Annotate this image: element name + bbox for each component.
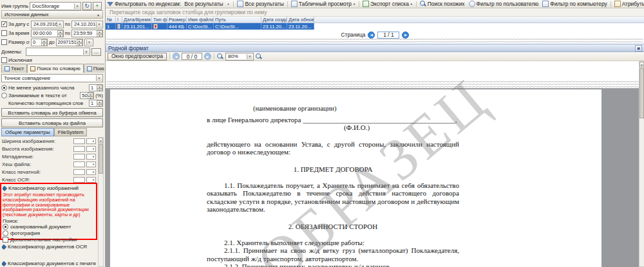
chevron-down-icon[interactable] [96,75,102,81]
repeat-words-spinner[interactable]: 1▲▼ [89,100,103,107]
document-attributes-button[interactable]: Атрибуты документа... [613,1,644,8]
tab-search-more[interactable]: Поиск [84,64,104,73]
occupy-label: Занимаемые в тексте от [8,93,79,98]
search-similar-button[interactable]: Поиск похожих [419,1,466,8]
refresh-button[interactable]: ↻ [82,2,91,10]
param-value-input[interactable] [73,154,85,160]
calendar-dropdown-icon[interactable] [96,22,102,27]
param-value-input[interactable] [73,169,85,175]
size-filter-checkbox[interactable] [1,39,7,45]
spinner-arrows[interactable]: ▲▼ [97,100,102,106]
column-header-path[interactable]: Путь [214,17,261,23]
paste-dictionary-clipboard-button[interactable]: Вставить словарь из буфера обмена [1,108,103,117]
group-select[interactable]: DocStorage [30,2,81,10]
sidebar-scrollbar[interactable]: ▲ [98,137,104,267]
prev-match-button[interactable]: ◀ [173,53,180,60]
filter-by-user-button[interactable]: Фильтр по пользователю [468,1,540,8]
spinner-arrows[interactable]: ▲▼ [77,39,82,46]
next-match-button[interactable]: ▶ [204,53,211,60]
scanned-document-radio[interactable] [3,224,8,230]
size-from-field[interactable]: 0▲▼ [31,39,48,46]
tab-dictionary-search[interactable]: Поиск по словарю [27,64,84,73]
export-list-button[interactable]: Экспорт списка ▼ [361,1,414,8]
column-header-num[interactable]: № [106,17,116,23]
zoom-select[interactable]: 80% [225,53,254,60]
param-value-input[interactable] [73,138,85,144]
page-next-button[interactable]: ▶ [402,32,409,39]
page-prev-button[interactable]: ◀ [368,32,375,39]
group-by-hint[interactable]: Перетащите сюда заголовок столбца для гр… [106,8,644,17]
param-value-input[interactable] [73,146,85,152]
param-combo[interactable] [86,161,96,167]
paste-dictionary-file-button[interactable]: Вставить словарь из файла [1,118,103,127]
params-tabs: Общие параметры FileSystem [1,128,97,136]
spinner-arrows[interactable]: ▲▼ [97,85,102,91]
column-header-filename[interactable]: Имя файла [187,17,214,23]
ocr-stamps-classifier-header[interactable]: Классификатор документов с печатями OCR [2,260,96,267]
zoom-in-icon[interactable] [256,53,262,60]
date-filter-checkbox[interactable] [1,21,7,27]
tab-filesystem[interactable]: FileSystem [54,128,88,136]
param-value-input[interactable] [73,161,85,167]
time-filter-checkbox[interactable] [1,30,7,36]
scroll-up-icon[interactable]: ▲ [99,138,103,143]
preview-window-button[interactable]: Окно предпросмотра [108,53,167,60]
spinner-arrows[interactable]: ▲▼ [41,39,47,46]
sources-header[interactable]: Источники данных ▲ [1,10,103,19]
tab-common-params[interactable]: Общие параметры [1,128,54,136]
param-combo[interactable] [86,154,96,160]
spinner-arrows[interactable]: ▲▼ [57,30,63,37]
size-units-select[interactable] [84,39,93,46]
spinner-arrows[interactable]: ▲▼ [97,30,102,37]
extra-settings-checkbox[interactable] [3,237,8,243]
occupy-spinner[interactable]: 50▲▼ [80,92,94,99]
chevron-down-icon[interactable] [74,3,80,9]
preview-scrollbar[interactable]: ▲ [639,61,644,267]
chevron-down-icon[interactable] [83,49,89,55]
time-from-field[interactable]: 00:00:00▲▼ [31,30,64,37]
param-value-input[interactable] [73,177,85,183]
match-mode-select[interactable]: Точное совпадение [1,74,103,82]
param-combo[interactable] [86,177,96,183]
table-view-button[interactable]: Табличный просмотр ▼ [290,1,357,8]
column-header-size[interactable]: Размер [167,17,187,23]
column-header-filetype[interactable]: Тип фа [152,17,167,23]
occupy-radio[interactable] [1,93,7,98]
all-results-button[interactable]: Все результаты [236,1,285,8]
chevron-down-icon[interactable] [247,54,252,59]
date-from-field[interactable]: 24.09.2016 [31,21,64,28]
spinner-arrows[interactable]: ▲▼ [88,93,93,98]
index-filter-select[interactable]: Все результаты [182,1,231,8]
chevron-down-icon[interactable] [86,40,92,45]
min-count-radio[interactable] [1,85,7,91]
tab-text[interactable]: Текст [1,64,27,73]
sidebar: Имя группы: DocStorage ↻ + Источники дан… [0,0,104,267]
scrollbar-thumb[interactable] [99,144,103,174]
domains-browse-button[interactable]: … [91,48,101,56]
scrollbar-thumb[interactable] [639,68,644,118]
time-to-field[interactable]: 23:59:59▲▼ [71,30,103,37]
size-to-field[interactable]: 2097151▲▼ [56,39,83,46]
ocr-classifier-header[interactable]: Классификатор документов OCR [2,243,96,250]
photo-radio[interactable] [3,230,8,236]
calendar-dropdown-icon[interactable] [57,22,62,27]
scroll-up-icon[interactable]: ▲ [639,62,644,68]
exclude-checkbox[interactable] [1,57,7,63]
domains-select[interactable] [26,48,90,56]
param-combo[interactable] [86,169,96,175]
param-combo[interactable] [86,138,96,144]
column-header-created[interactable]: Дата созда [261,17,287,23]
add-group-button[interactable]: + [93,2,102,10]
column-header-datetime[interactable]: Дата/Время▼ [122,17,152,23]
filter-by-computer-button[interactable]: Фильтр по компьютеру [541,1,608,8]
attribute-marker-icon [2,261,6,266]
column-header-updated[interactable]: Дата обнов [287,17,314,23]
table-row[interactable]: 1 23.11.201... 444 КБ C:\DocSt... C:\Doc… [106,23,644,30]
dock-pane-button[interactable]: ▣ [635,45,642,51]
column-header-flag[interactable]: ! [116,17,122,23]
date-to-field[interactable]: 24.10.2016 [71,21,103,28]
collapse-icon[interactable]: ▲ [97,13,100,17]
param-combo[interactable] [86,146,96,152]
image-classifier-header[interactable]: Классификатор изображений [3,185,95,192]
min-count-spinner[interactable]: 1▲▼ [89,84,103,91]
